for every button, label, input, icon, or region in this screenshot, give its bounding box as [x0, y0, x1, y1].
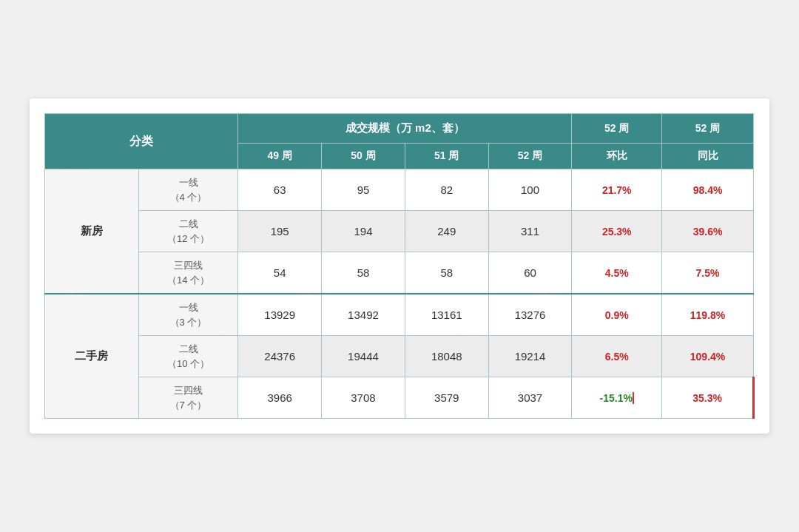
week51-header: 51 周	[405, 144, 488, 169]
data-cell: 311	[488, 211, 572, 252]
data-cell: 19214	[488, 336, 572, 377]
subcategory-cell: 二线 （10 个）	[138, 336, 238, 377]
data-cell: 3966	[238, 377, 322, 419]
data-cell: 249	[405, 211, 488, 252]
subcategory-cell: 三四线 （7 个）	[138, 377, 238, 419]
data-cell: 82	[405, 169, 488, 211]
hoh-cell: -15.1%	[572, 377, 662, 419]
yoy-value: 109.4%	[690, 351, 725, 363]
week50-header: 50 周	[322, 144, 405, 169]
hoh-cell: 6.5%	[572, 336, 662, 377]
table-row: 三四线 （14 个）545858604.5%7.5%	[45, 252, 754, 294]
subcategory-cell: 三四线 （14 个）	[138, 252, 238, 294]
data-cell: 3037	[488, 377, 572, 419]
table-row: 三四线 （7 个）3966370835793037-15.1%35.3%	[45, 377, 754, 419]
yoy-value: 39.6%	[693, 226, 723, 238]
yoy-value: 98.4%	[693, 184, 723, 196]
subcategory-cell: 二线 （12 个）	[138, 211, 238, 252]
category-cell: 二手房	[45, 294, 139, 419]
yoy-cell: 119.8%	[662, 294, 754, 336]
data-cell: 24376	[238, 336, 322, 377]
data-cell: 60	[488, 252, 572, 294]
yoy-cell: 39.6%	[662, 211, 754, 252]
subcategory-cell: 一线 （3 个）	[138, 294, 238, 336]
table-row: 二手房一线 （3 个）139291349213161132760.9%119.8…	[45, 294, 754, 336]
subcategory-cell: 一线 （4 个）	[138, 169, 238, 211]
yoy-cell: 98.4%	[662, 169, 754, 211]
week52-header: 52 周	[488, 144, 572, 169]
data-cell: 194	[322, 211, 405, 252]
table-row: 二线 （10 个）243761944418048192146.5%109.4%	[45, 336, 754, 377]
yoy-cell: 7.5%	[662, 252, 754, 294]
hoh-cell: 25.3%	[572, 211, 662, 252]
hoh-value: -15.1%	[600, 392, 634, 404]
yoy-value: 35.3%	[692, 392, 722, 404]
yoy-sub-header: 同比	[662, 144, 754, 169]
hoh-header-label: 52 周	[572, 114, 662, 144]
hoh-cell: 0.9%	[572, 294, 662, 336]
data-cell: 13492	[322, 294, 405, 336]
data-cell: 19444	[322, 336, 405, 377]
yoy-value: 119.8%	[690, 309, 725, 321]
data-cell: 18048	[405, 336, 488, 377]
hoh-cell: 4.5%	[572, 252, 662, 294]
hoh-value: 21.7%	[602, 184, 632, 196]
hoh-value: 25.3%	[602, 226, 632, 238]
data-cell: 54	[238, 252, 322, 294]
hoh-cell: 21.7%	[572, 169, 662, 211]
yoy-cell: 109.4%	[662, 336, 754, 377]
table-row: 二线 （12 个）19519424931125.3%39.6%	[45, 211, 754, 252]
data-table: 分类 成交规模（万 m2、套） 52 周 52 周 49 周 50 周 51 周…	[44, 113, 755, 419]
week49-header: 49 周	[238, 144, 322, 169]
header-row-1: 分类 成交规模（万 m2、套） 52 周 52 周	[45, 114, 754, 144]
data-cell: 58	[405, 252, 488, 294]
hoh-value: 4.5%	[605, 267, 629, 279]
data-cell: 95	[322, 169, 405, 211]
hoh-value: 0.9%	[605, 309, 629, 321]
category-header: 分类	[45, 114, 238, 169]
yoy-value: 7.5%	[696, 267, 720, 279]
data-cell: 3579	[405, 377, 488, 419]
data-cell: 13161	[405, 294, 488, 336]
yoy-cell: 35.3%	[662, 377, 754, 419]
hoh-sub-header: 环比	[572, 144, 662, 169]
data-cell: 58	[322, 252, 405, 294]
scale-header: 成交规模（万 m2、套）	[238, 114, 572, 144]
data-cell: 63	[238, 169, 322, 211]
yoy-header-label: 52 周	[662, 114, 754, 144]
data-cell: 13276	[488, 294, 572, 336]
hoh-value: 6.5%	[605, 351, 629, 363]
category-cell: 新房	[45, 169, 139, 294]
data-cell: 100	[488, 169, 572, 211]
data-cell: 13929	[238, 294, 322, 336]
table-container: 中指数据 CREIS中指数据 CREIS中指数据 CREIS中指数据 CREIS…	[30, 98, 769, 434]
data-cell: 3708	[322, 377, 405, 419]
data-cell: 195	[238, 211, 322, 252]
table-row: 新房一线 （4 个）63958210021.7%98.4%	[45, 169, 754, 211]
